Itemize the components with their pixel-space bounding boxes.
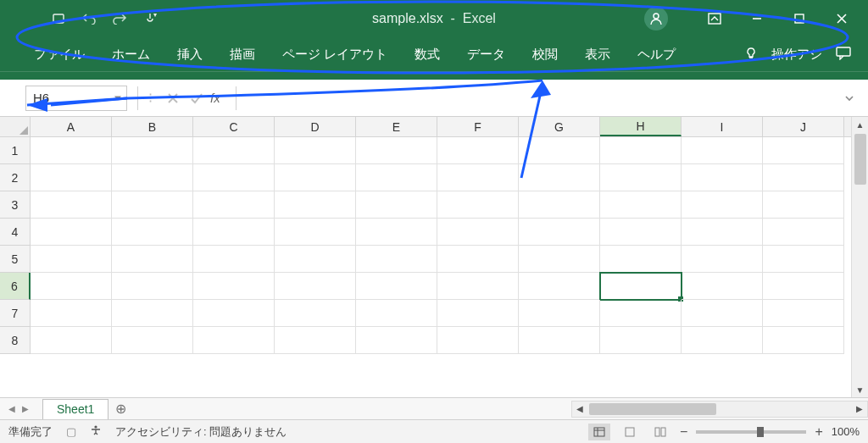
cell-C7[interactable]	[193, 300, 275, 327]
zoom-slider-thumb[interactable]	[757, 427, 764, 437]
close-button[interactable]	[822, 5, 861, 32]
cell-H6[interactable]	[600, 273, 682, 300]
tab-pagelayout[interactable]: ページ レイアウト	[282, 47, 387, 63]
cell-B3[interactable]	[112, 191, 193, 219]
col-header-A[interactable]: A	[31, 117, 112, 136]
cell-C1[interactable]	[193, 137, 275, 164]
cell-A4[interactable]	[31, 219, 112, 246]
tab-draw[interactable]: 描画	[230, 47, 255, 63]
cell-E3[interactable]	[356, 191, 437, 219]
name-box-menu-icon[interactable]: ⁝	[148, 90, 153, 106]
cell-J7[interactable]	[763, 300, 844, 327]
hscroll-thumb[interactable]	[589, 403, 716, 415]
cell-G2[interactable]	[519, 164, 600, 191]
cell-J4[interactable]	[763, 219, 844, 246]
cell-F6[interactable]	[437, 273, 519, 300]
cell-E5[interactable]	[356, 246, 437, 273]
cell-E4[interactable]	[356, 219, 437, 246]
fx-label[interactable]: fx	[210, 91, 220, 105]
view-normal-icon[interactable]	[588, 424, 610, 440]
cell-I8[interactable]	[682, 327, 763, 354]
row-header-6[interactable]: 6	[0, 273, 31, 300]
row-header-8[interactable]: 8	[0, 327, 31, 354]
accessibility-icon[interactable]	[90, 424, 102, 439]
cell-F4[interactable]	[437, 219, 519, 246]
cell-A3[interactable]	[31, 191, 112, 219]
scroll-left-icon[interactable]: ◀	[572, 404, 587, 413]
cell-G6[interactable]	[519, 273, 600, 300]
status-menu-icon[interactable]: ▢	[66, 425, 76, 438]
cell-E1[interactable]	[356, 137, 437, 164]
zoom-in-button[interactable]: +	[815, 424, 822, 440]
cell-I7[interactable]	[682, 300, 763, 327]
cell-C4[interactable]	[193, 219, 275, 246]
undo-icon[interactable]	[81, 11, 97, 26]
view-pagebreak-icon[interactable]	[649, 424, 671, 440]
cell-I2[interactable]	[682, 164, 763, 191]
ribbon-display-options-icon[interactable]	[695, 5, 734, 32]
col-header-H[interactable]: H	[600, 117, 682, 136]
spreadsheet-grid[interactable]: A B C D E F G H I J 12345678 ▲ ▼	[0, 117, 868, 397]
col-header-G[interactable]: G	[519, 117, 600, 136]
scroll-up-icon[interactable]: ▲	[852, 117, 868, 132]
cell-I4[interactable]	[682, 219, 763, 246]
cell-D5[interactable]	[275, 246, 356, 273]
cell-J1[interactable]	[763, 137, 844, 164]
name-box[interactable]: H6	[25, 86, 127, 111]
formula-input[interactable]	[247, 86, 839, 111]
touch-mode-icon[interactable]: ▾	[142, 11, 158, 26]
col-header-I[interactable]: I	[682, 117, 763, 136]
row-header-1[interactable]: 1	[0, 137, 31, 164]
sheet-nav-next-icon[interactable]: ▶	[22, 404, 29, 413]
cell-B4[interactable]	[112, 219, 193, 246]
cell-B7[interactable]	[112, 300, 193, 327]
vertical-scrollbar[interactable]: ▲ ▼	[851, 117, 868, 397]
row-header-3[interactable]: 3	[0, 191, 31, 219]
col-header-B[interactable]: B	[112, 117, 193, 136]
cell-C2[interactable]	[193, 164, 275, 191]
cell-J3[interactable]	[763, 191, 844, 219]
col-header-F[interactable]: F	[437, 117, 519, 136]
redo-icon[interactable]	[112, 11, 127, 26]
cell-D1[interactable]	[275, 137, 356, 164]
tab-help[interactable]: ヘルプ	[637, 47, 676, 63]
view-pagelayout-icon[interactable]	[619, 424, 641, 440]
tab-formulas[interactable]: 数式	[415, 47, 440, 63]
cell-H8[interactable]	[600, 327, 682, 354]
cell-J8[interactable]	[763, 327, 844, 354]
cell-H5[interactable]	[600, 246, 682, 273]
row-header-7[interactable]: 7	[0, 300, 31, 327]
cell-J2[interactable]	[763, 164, 844, 191]
zoom-level[interactable]: 100%	[832, 425, 860, 438]
cell-J6[interactable]	[763, 273, 844, 300]
cell-G5[interactable]	[519, 246, 600, 273]
cell-F3[interactable]	[437, 191, 519, 219]
cell-F2[interactable]	[437, 164, 519, 191]
expand-formula-bar-icon[interactable]	[839, 93, 860, 103]
cell-F5[interactable]	[437, 246, 519, 273]
cell-I3[interactable]	[682, 191, 763, 219]
cell-F8[interactable]	[437, 327, 519, 354]
cell-H1[interactable]	[600, 137, 682, 164]
user-avatar-icon[interactable]	[644, 7, 668, 30]
cell-H2[interactable]	[600, 164, 682, 191]
zoom-out-button[interactable]: −	[680, 424, 687, 440]
vscroll-thumb[interactable]	[854, 134, 866, 185]
add-sheet-button[interactable]: ⊕	[108, 401, 132, 417]
row-header-5[interactable]: 5	[0, 246, 31, 273]
cell-A7[interactable]	[31, 300, 112, 327]
cell-D4[interactable]	[275, 219, 356, 246]
cell-G3[interactable]	[519, 191, 600, 219]
tab-insert[interactable]: 挿入	[177, 47, 203, 63]
cell-B8[interactable]	[112, 327, 193, 354]
cell-E2[interactable]	[356, 164, 437, 191]
cell-C6[interactable]	[193, 273, 275, 300]
cell-C8[interactable]	[193, 327, 275, 354]
cell-D7[interactable]	[275, 300, 356, 327]
row-header-4[interactable]: 4	[0, 219, 31, 246]
cell-H7[interactable]	[600, 300, 682, 327]
scroll-down-icon[interactable]: ▼	[852, 382, 868, 397]
cell-D8[interactable]	[275, 327, 356, 354]
select-all-corner[interactable]	[0, 117, 31, 136]
cell-C3[interactable]	[193, 191, 275, 219]
